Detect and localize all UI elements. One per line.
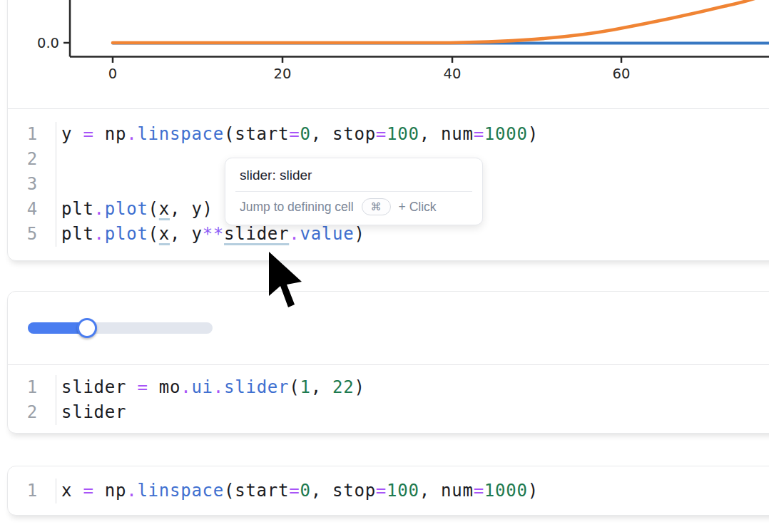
code-line[interactable]: plt.plot(x, y**slider.value) (56, 222, 365, 247)
code-line[interactable]: plt.plot(x, y) (56, 197, 213, 222)
code-token (148, 377, 159, 397)
code-token: value (300, 224, 354, 244)
code-line[interactable]: slider = mo.ui.slider(1, 22) (56, 375, 365, 400)
code-token: ui (191, 377, 213, 397)
code-token (94, 481, 105, 501)
code-token: ** (203, 224, 224, 244)
x-axis-tick-label: 20 (274, 66, 292, 82)
code-token: ( (289, 377, 300, 397)
line-number: 3 (8, 172, 56, 197)
code-token: , (419, 124, 441, 144)
code-row[interactable]: 1y = np.linspace(start=0, stop=100, num=… (8, 122, 769, 147)
code-token: linspace (137, 481, 224, 501)
code-token (94, 124, 105, 144)
code-token: slider (224, 377, 289, 397)
code-token: 0 (300, 481, 310, 501)
x-axis-tick-label: 60 (613, 66, 631, 82)
line-number: 1 (8, 122, 56, 147)
code-token: , (311, 481, 332, 501)
code-token: ) (528, 481, 539, 501)
code-line[interactable]: x = np.linspace(start=0, stop=100, num=1… (56, 479, 539, 503)
code-token: slider (224, 224, 289, 244)
jump-to-defining-cell-label: Jump to defining cell (240, 200, 354, 215)
chart-output: 0.0 0 20 40 60 (8, 0, 769, 108)
code-token: . (213, 377, 224, 397)
y-axis-tick-label: 0.0 (37, 35, 59, 51)
x-axis-tick-label: 40 (444, 66, 462, 82)
code-token: 0 (300, 124, 310, 144)
code-token: . (94, 224, 105, 244)
line-number: 1 (8, 375, 56, 400)
code-token: . (289, 224, 300, 244)
code-token: plot (105, 199, 148, 219)
code-token: , (311, 124, 332, 144)
line-number: 2 (8, 400, 56, 425)
code-token: , y) (170, 199, 213, 219)
code-token: plt (61, 199, 94, 219)
series-line-orange (113, 0, 769, 43)
code-token: start (235, 481, 289, 501)
code-line[interactable]: slider (56, 400, 126, 425)
code-line[interactable]: y = np.linspace(start=0, stop=100, num=1… (56, 122, 539, 147)
variable-tooltip: slider: slider Jump to defining cell ⌘ +… (225, 158, 483, 225)
line-number: 5 (8, 222, 56, 247)
code-token (72, 124, 83, 144)
code-token: = (289, 124, 300, 144)
code-row[interactable]: 2slider (8, 400, 769, 425)
notebook-cell-slider: 1slider = mo.ui.slider(1, 22)2slider (7, 291, 769, 434)
line-number: 1 (8, 479, 56, 503)
code-editor[interactable]: 1x = np.linspace(start=0, stop=100, num=… (8, 466, 769, 516)
code-token: linspace (137, 124, 224, 144)
code-row[interactable]: 1x = np.linspace(start=0, stop=100, num=… (8, 479, 769, 503)
code-row[interactable]: 1slider = mo.ui.slider(1, 22) (8, 375, 769, 400)
code-token: , (311, 377, 332, 397)
code-token: 100 (387, 124, 419, 144)
code-token: . (94, 199, 105, 219)
code-token: np (105, 481, 126, 501)
code-editor[interactable]: 1slider = mo.ui.slider(1, 22)2slider (8, 365, 769, 435)
code-token (126, 377, 137, 397)
code-line[interactable] (56, 147, 61, 172)
code-token: mo (159, 377, 180, 397)
code-token: ) (354, 377, 365, 397)
code-token: x (159, 224, 170, 244)
chart-figure: 0.0 0 20 40 60 (8, 0, 769, 108)
mouse-cursor-icon (269, 252, 312, 316)
code-token: ( (148, 199, 159, 219)
code-token: ( (224, 481, 235, 501)
code-token: slider (61, 377, 126, 397)
code-token: np (105, 124, 126, 144)
code-token: = (474, 124, 484, 144)
code-token: . (126, 481, 137, 501)
code-token: = (376, 124, 387, 144)
command-key-icon: ⌘ (362, 198, 391, 215)
code-token: y (61, 124, 72, 144)
code-row[interactable]: 5plt.plot(x, y**slider.value) (8, 222, 769, 247)
code-token: slider (61, 402, 126, 422)
slider-knob[interactable] (77, 318, 97, 338)
code-token: num (441, 124, 474, 144)
line-number: 2 (8, 147, 56, 172)
slider-track[interactable] (28, 322, 213, 334)
code-token (72, 481, 83, 501)
code-token: = (83, 124, 93, 144)
code-token: stop (332, 124, 376, 144)
code-token: ) (354, 224, 365, 244)
tooltip-title: slider: slider (225, 158, 482, 191)
notebook-cell-x: 1x = np.linspace(start=0, stop=100, num=… (7, 466, 769, 516)
code-token: 100 (387, 481, 419, 501)
code-token: 22 (332, 377, 354, 397)
code-token: ( (224, 124, 235, 144)
code-token: , y (170, 224, 203, 244)
plus-click-label: + Click (399, 200, 437, 215)
code-token: num (441, 481, 474, 501)
code-token: . (126, 124, 137, 144)
code-line[interactable] (56, 172, 61, 197)
code-token: 1 (300, 377, 310, 397)
code-token: = (376, 481, 387, 501)
code-token: x (159, 199, 170, 219)
code-token: stop (332, 481, 376, 501)
tooltip-footer: Jump to defining cell ⌘ + Click (225, 192, 482, 225)
x-axis-tick-label: 0 (108, 66, 117, 82)
code-token: plot (105, 224, 148, 244)
